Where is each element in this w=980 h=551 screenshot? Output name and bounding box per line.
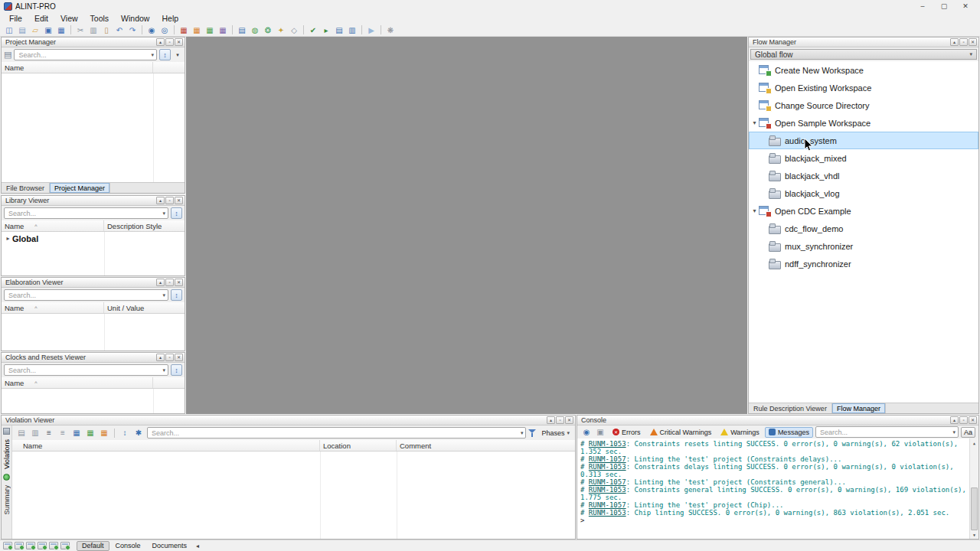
column-location[interactable]: Location xyxy=(320,440,397,451)
titlebar[interactable]: ALINT-PRO –▢✕ xyxy=(0,0,980,12)
close-panel-button[interactable]: ✕ xyxy=(175,38,183,46)
flow-select[interactable]: Global flow ▾ xyxy=(750,49,977,60)
side-tab-summary[interactable]: Summary xyxy=(3,484,11,517)
close-panel-button[interactable]: ✕ xyxy=(565,416,573,424)
layout-tab-default[interactable]: Default xyxy=(77,541,109,551)
flow-item-cdc-flow-demo[interactable]: cdc_flow_demo xyxy=(749,220,978,237)
view-options-dropdown[interactable]: ▾ xyxy=(173,49,182,60)
run-report-icon[interactable]: ▤ xyxy=(333,24,345,36)
group-icon[interactable]: ▦ xyxy=(70,427,83,439)
layout-tab-documents[interactable]: Documents xyxy=(147,541,193,551)
elaborate-icon[interactable]: ❂ xyxy=(262,24,274,36)
search-input[interactable]: Search... ▾ xyxy=(14,49,157,60)
chevron-down-icon[interactable]: ▾ xyxy=(162,367,165,373)
lint-setup-icon[interactable]: ▦ xyxy=(178,24,190,36)
filter-warnings[interactable]: Warnings xyxy=(717,427,763,438)
save-icon[interactable]: ▣ xyxy=(42,24,54,36)
dock-console-icon[interactable] xyxy=(3,542,12,549)
menu-file[interactable]: File xyxy=(3,12,28,24)
tab-project-manager[interactable]: Project Manager xyxy=(50,183,110,193)
filter-critical-warnings[interactable]: Critical Warnings xyxy=(646,427,716,438)
cut-icon[interactable]: ✂ xyxy=(74,24,87,36)
close-button[interactable]: ✕ xyxy=(955,1,976,11)
project-tree[interactable] xyxy=(2,73,185,182)
flow-tree[interactable]: Create New WorkspaceOpen Existing Worksp… xyxy=(749,61,978,403)
close-panel-button[interactable]: ✕ xyxy=(969,416,977,424)
scrollbar-thumb[interactable] xyxy=(971,487,978,530)
save-output-icon[interactable]: ▣ xyxy=(594,426,606,438)
close-panel-button[interactable]: ✕ xyxy=(175,279,183,286)
expander-icon[interactable]: ▾ xyxy=(750,119,759,126)
run-lint-icon[interactable]: ▸ xyxy=(320,24,332,36)
find-output-icon[interactable]: ◉ xyxy=(580,426,593,438)
maximize-panel-button[interactable]: ▫ xyxy=(165,354,174,361)
paste-icon[interactable]: ▯ xyxy=(100,24,113,36)
run-all-icon[interactable]: ▥ xyxy=(346,24,358,36)
filter-config-icon[interactable]: ✱ xyxy=(132,427,145,439)
search-input[interactable]: Search... ▾ xyxy=(4,207,168,219)
expander-icon[interactable]: ▸ xyxy=(4,235,12,242)
dock-library-icon[interactable] xyxy=(38,542,47,549)
console-output[interactable]: # RUNM-1053: Constraints resets linting … xyxy=(577,439,978,539)
flow-item-ndff-synchronizer[interactable]: ndff_synchronizer xyxy=(749,255,978,272)
close-panel-button[interactable]: ✕ xyxy=(175,354,183,361)
float-panel-button[interactable]: ▴ xyxy=(547,416,555,424)
message-code-link[interactable]: RUNM-1057 xyxy=(589,455,626,463)
flow-item-mux-synchronizer[interactable]: mux_synchronizer xyxy=(749,237,978,255)
console-header[interactable]: Console ▴▫✕ xyxy=(577,416,978,425)
tab-file-browser[interactable]: File Browser xyxy=(2,183,50,193)
schematic-icon[interactable]: ◇ xyxy=(288,24,300,36)
maximize-panel-button[interactable]: ▫ xyxy=(959,416,968,424)
flow-item-audio-system[interactable]: audio_system xyxy=(749,132,978,149)
tab-rule-description-viewer[interactable]: Rule Description Viewer xyxy=(749,403,832,413)
layout-tab-console[interactable]: Console xyxy=(110,541,146,551)
side-tab-violations[interactable]: Violations xyxy=(3,438,11,471)
maximize-panel-button[interactable]: ▫ xyxy=(556,416,564,424)
column-name[interactable]: Name xyxy=(12,440,320,451)
close-panel-button[interactable]: ✕ xyxy=(175,197,183,204)
waive-icon[interactable]: ▦ xyxy=(84,427,96,439)
float-panel-button[interactable]: ▴ xyxy=(156,197,165,204)
sort-icon[interactable]: ↕ xyxy=(119,427,131,439)
scroll-down-icon[interactable]: ▼ xyxy=(970,530,978,539)
menu-tools[interactable]: Tools xyxy=(84,12,116,24)
filter-icon[interactable]: ▤ xyxy=(4,50,11,60)
clocks-resets-viewer-header[interactable]: Clocks and Resets Viewer ▴▫✕ xyxy=(2,353,185,363)
match-case-button[interactable]: Aa xyxy=(961,427,975,438)
filter-messages[interactable]: Messages xyxy=(765,427,813,438)
message-code-link[interactable]: RUNM-1053 xyxy=(589,486,626,494)
flow-manager-header[interactable]: Flow Manager ▴▫✕ xyxy=(749,37,978,47)
maximize-panel-button[interactable]: ▫ xyxy=(165,197,174,204)
message-code-link[interactable]: RUNM-1053 xyxy=(589,463,626,471)
constraints-icon[interactable]: ▦ xyxy=(191,24,203,36)
violation-viewer-header[interactable]: Violation Viewer ▴▫✕ xyxy=(2,416,575,425)
float-panel-button[interactable]: ▴ xyxy=(950,38,959,46)
search-input[interactable]: Search... ▾ xyxy=(4,364,168,376)
maximize-panel-button[interactable]: ▫ xyxy=(165,38,174,46)
search-input[interactable]: Search... ▾ xyxy=(147,427,526,439)
export-icon[interactable]: ▤ xyxy=(15,427,28,439)
policy-icon[interactable]: ▦ xyxy=(204,24,216,36)
filter-funnel-icon[interactable] xyxy=(528,429,537,438)
close-panel-button[interactable]: ✕ xyxy=(969,38,977,46)
column-unit-value[interactable]: Unit / Value xyxy=(104,302,185,313)
copy-icon[interactable]: ▥ xyxy=(87,24,100,36)
menu-view[interactable]: View xyxy=(54,12,84,24)
filter-errors[interactable]: ✕Errors xyxy=(609,427,645,438)
flow-item-open-sample-workspace[interactable]: ▾Open Sample Workspace xyxy=(749,114,978,132)
check-icon[interactable]: ✔ xyxy=(307,24,319,36)
message-code-link[interactable]: RUNM-1057 xyxy=(589,501,626,509)
redo-icon[interactable]: ↷ xyxy=(126,24,139,36)
library-tree[interactable]: ▸ Global xyxy=(2,232,185,276)
dock-documents-icon[interactable] xyxy=(15,542,24,549)
flow-item-blackjack-vlog[interactable]: blackjack_vlog xyxy=(749,184,978,202)
tabs-overflow-arrow[interactable]: ◂ xyxy=(196,543,199,549)
float-panel-button[interactable]: ▴ xyxy=(156,38,165,46)
save-all-icon[interactable]: ▦ xyxy=(55,24,67,36)
column-name[interactable]: Name ^ xyxy=(2,220,104,231)
float-panel-button[interactable]: ▴ xyxy=(156,354,165,361)
flow-item-open-existing-workspace[interactable]: Open Existing Workspace xyxy=(749,79,978,96)
search-options-icon[interactable]: ↕ xyxy=(159,49,171,60)
column-description-style[interactable]: Description Style xyxy=(104,220,185,231)
console-scrollbar[interactable]: ▲ ▼ xyxy=(969,439,978,539)
